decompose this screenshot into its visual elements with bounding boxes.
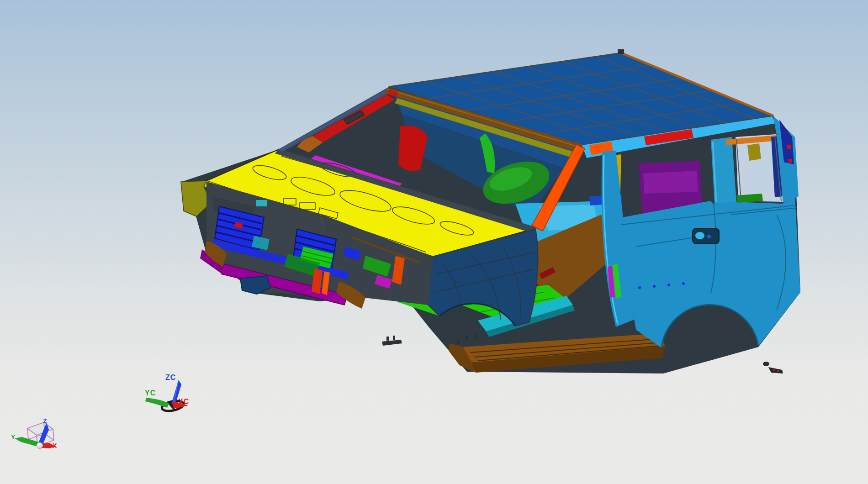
loose-part-dot-2 bbox=[777, 370, 779, 372]
loose-bracket-front[interactable] bbox=[382, 336, 402, 346]
door-handle-cyan bbox=[695, 232, 704, 239]
loose-part-small[interactable] bbox=[763, 362, 769, 366]
cargo-trim-highlight bbox=[643, 171, 698, 194]
suv-body-in-white[interactable] bbox=[181, 49, 800, 374]
wcs-zc-label: ZC bbox=[165, 374, 176, 381]
csys-z-label: Z bbox=[43, 417, 47, 425]
door-handle[interactable] bbox=[693, 228, 719, 244]
quarter-window-olive-plate[interactable] bbox=[747, 143, 761, 161]
wcs-xc-label: XC bbox=[178, 398, 189, 405]
csys-y-label: Y bbox=[11, 433, 16, 441]
door-handle-pin bbox=[707, 235, 711, 238]
bracket-pin-1 bbox=[386, 337, 389, 341]
csys-origin-sphere[interactable] bbox=[37, 442, 43, 449]
wcs-yc-label: YC bbox=[145, 389, 156, 397]
roof-antenna-nub bbox=[618, 49, 624, 54]
bracket-pin-2 bbox=[393, 336, 395, 340]
cad-3d-viewport[interactable]: ZC YC XC Z Y X bbox=[0, 0, 868, 484]
loose-part-long[interactable] bbox=[768, 367, 783, 374]
wcs-y-axis-arrow[interactable] bbox=[145, 398, 169, 408]
bracket-bar[interactable] bbox=[382, 340, 402, 346]
loose-part-dot-1 bbox=[773, 369, 775, 371]
loose-bracket-rear[interactable] bbox=[763, 362, 783, 374]
wcs-triad[interactable]: ZC YC XC bbox=[145, 374, 189, 413]
absolute-csys-triad[interactable]: Z Y X bbox=[11, 417, 57, 449]
model-canvas[interactable]: ZC YC XC Z Y X bbox=[0, 0, 868, 484]
small-cyan-bracket bbox=[256, 200, 267, 206]
csys-x-label: X bbox=[53, 442, 57, 449]
